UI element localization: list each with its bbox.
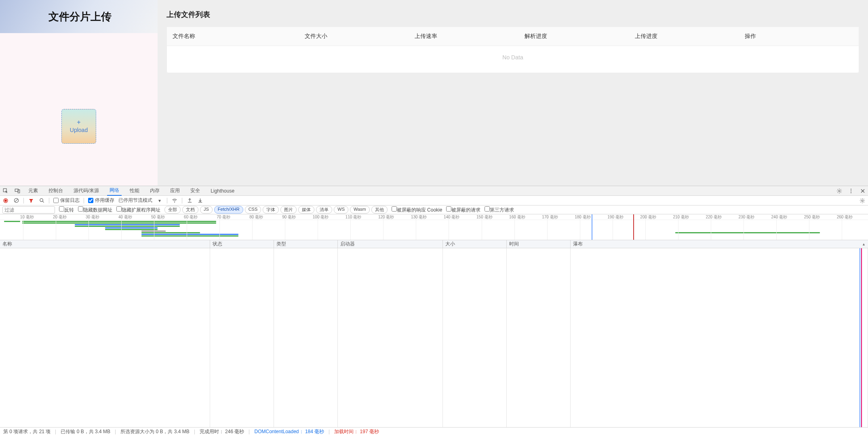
blocked-req-checkbox[interactable]: 被屏蔽的请求: [446, 206, 480, 214]
chip-manifest[interactable]: 清单: [316, 206, 332, 214]
invert-checkbox[interactable]: 反转: [59, 206, 74, 214]
network-overview[interactable]: 10 毫秒20 毫秒30 毫秒40 毫秒50 毫秒60 毫秒70 毫秒80 毫秒…: [0, 214, 868, 240]
close-icon[interactable]: [860, 188, 866, 194]
wifi-icon[interactable]: [171, 197, 178, 204]
status-transferred: 已传输 0 B，共 3.4 MB: [61, 428, 110, 435]
chip-fetch[interactable]: Fetch/XHR: [214, 206, 243, 214]
tab-sources[interactable]: 源代码/来源: [71, 186, 101, 195]
devtools-tabstrip: 元素 控制台 源代码/来源 网络 性能 内存 应用 安全 Lighthouse: [0, 186, 868, 196]
chip-wasm[interactable]: Wasm: [350, 206, 370, 214]
disable-cache-label: 停用缓存: [95, 197, 114, 204]
chip-js[interactable]: JS: [200, 206, 213, 214]
hdr-time[interactable]: 时间: [507, 240, 571, 248]
clear-icon[interactable]: [13, 197, 19, 204]
blocked-cookies-checkbox[interactable]: 被屏蔽的响应 Cookie: [392, 206, 442, 214]
hdr-waterfall[interactable]: 瀑布▲: [571, 240, 868, 248]
status-dcl: DOMContentLoaded： 184 毫秒: [254, 428, 324, 435]
dcl-label: DOMContentLoaded：: [254, 429, 303, 434]
svg-point-8: [4, 199, 7, 202]
svg-point-3: [838, 190, 840, 191]
col-filename: 文件名称: [171, 33, 305, 40]
hdr-name[interactable]: 名称: [0, 240, 210, 248]
finish-value: 246 毫秒: [225, 429, 244, 434]
blocked-cookies-label: 被屏蔽的响应 Cookie: [397, 207, 442, 213]
col-progress: 上传进度: [635, 33, 745, 40]
third-party-checkbox[interactable]: 第三方请求: [485, 206, 514, 214]
app-pane: 文件分片上传 + Upload 上传文件列表 文件名称 文件大小 上传速率 解析…: [0, 0, 868, 186]
upload-label: Upload: [70, 127, 88, 133]
upload-button[interactable]: + Upload: [61, 109, 96, 144]
hdr-type[interactable]: 类型: [274, 240, 338, 248]
svg-point-4: [850, 189, 851, 189]
waterfall-column: [571, 248, 868, 427]
kebab-icon[interactable]: [848, 188, 854, 194]
status-finish: 完成用时： 246 毫秒: [200, 428, 244, 435]
filter-input[interactable]: [2, 206, 55, 214]
hdr-waterfall-label: 瀑布: [573, 241, 583, 247]
download-icon[interactable]: [197, 197, 203, 204]
network-statusbar: 第 0 项请求，共 21 项 已传输 0 B，共 3.4 MB 所选资源大小为 …: [0, 427, 868, 436]
tab-network[interactable]: 网络: [107, 186, 122, 196]
gear-icon-2[interactable]: [859, 197, 866, 204]
devtools: 元素 控制台 源代码/来源 网络 性能 内存 应用 安全 Lighthouse …: [0, 186, 868, 436]
third-party-label: 第三方请求: [490, 207, 514, 213]
status-load: 加载时间： 197 毫秒: [334, 428, 379, 435]
inspect-icon[interactable]: [2, 188, 8, 194]
col-parse: 解析进度: [525, 33, 634, 40]
overview-bars: [0, 221, 868, 240]
record-icon[interactable]: [2, 197, 9, 204]
main-pane: 上传文件列表 文件名称 文件大小 上传速率 解析进度 上传进度 操作 No Da…: [158, 0, 868, 186]
tab-application[interactable]: 应用: [168, 186, 182, 195]
request-table-body: [0, 248, 868, 427]
tab-console[interactable]: 控制台: [46, 186, 65, 195]
dcl-value: 184 毫秒: [305, 429, 324, 434]
load-value: 197 毫秒: [360, 429, 379, 434]
tab-memory[interactable]: 内存: [147, 186, 162, 195]
hdr-size[interactable]: 大小: [443, 240, 507, 248]
list-heading: 上传文件列表: [166, 10, 859, 19]
chip-img[interactable]: 图片: [280, 206, 297, 214]
chip-all[interactable]: 全部: [164, 206, 181, 214]
sidebar-body: + Upload: [0, 33, 158, 186]
hide-ext-checkbox[interactable]: 隐藏扩展程序网址: [116, 206, 160, 214]
col-ops: 操作: [745, 33, 855, 40]
preserve-log-checkbox[interactable]: 保留日志: [53, 197, 80, 204]
chip-media[interactable]: 媒体: [298, 206, 314, 214]
chip-font[interactable]: 字体: [263, 206, 279, 214]
hide-data-label: 隐藏数据网址: [83, 207, 112, 213]
tab-performance[interactable]: 性能: [127, 186, 142, 195]
sidebar: 文件分片上传 + Upload: [0, 0, 158, 186]
throttling-select[interactable]: 已停用节流模式: [118, 197, 152, 204]
disable-cache-checkbox[interactable]: 停用缓存: [88, 197, 114, 204]
sidebar-header: 文件分片上传: [0, 0, 158, 33]
hide-data-checkbox[interactable]: 隐藏数据网址: [78, 206, 112, 214]
dcl-marker-icon: [860, 248, 860, 427]
filter-icon[interactable]: [28, 197, 34, 204]
load-label: 加载时间：: [334, 429, 358, 434]
upload-icon[interactable]: [186, 197, 193, 204]
tab-security[interactable]: 安全: [188, 186, 202, 195]
chevron-down-icon[interactable]: ▾: [156, 197, 163, 204]
svg-point-11: [174, 202, 175, 203]
network-toolbar: 保留日志 停用缓存 已停用节流模式 ▾: [0, 196, 868, 205]
invert-label: 反转: [64, 207, 74, 213]
gear-icon[interactable]: [836, 188, 842, 194]
hdr-status[interactable]: 状态: [210, 240, 274, 248]
search-icon[interactable]: [38, 197, 45, 204]
chip-ws[interactable]: WS: [334, 206, 348, 214]
tab-lighthouse[interactable]: Lighthouse: [208, 187, 237, 195]
hdr-initiator[interactable]: 启动器: [338, 240, 443, 248]
load-marker-icon: [861, 248, 862, 427]
chip-css[interactable]: CSS: [245, 206, 261, 214]
app-title: 文件分片上传: [48, 10, 112, 24]
device-icon[interactable]: [14, 188, 20, 194]
chip-doc[interactable]: 文档: [182, 206, 198, 214]
file-table: 文件名称 文件大小 上传速率 解析进度 上传进度 操作 No Data: [166, 27, 859, 73]
preserve-log-label: 保留日志: [60, 197, 80, 204]
chip-other[interactable]: 其他: [371, 206, 388, 214]
svg-point-12: [862, 199, 863, 201]
tab-elements[interactable]: 元素: [26, 186, 40, 195]
type-chips: 全部 文档 JS Fetch/XHR CSS 字体 图片 媒体 清单 WS Wa…: [164, 206, 388, 214]
network-filter-row: 反转 隐藏数据网址 隐藏扩展程序网址 全部 文档 JS Fetch/XHR CS…: [0, 205, 868, 214]
status-resources: 所选资源大小为 0 B，共 3.4 MB: [120, 428, 190, 435]
